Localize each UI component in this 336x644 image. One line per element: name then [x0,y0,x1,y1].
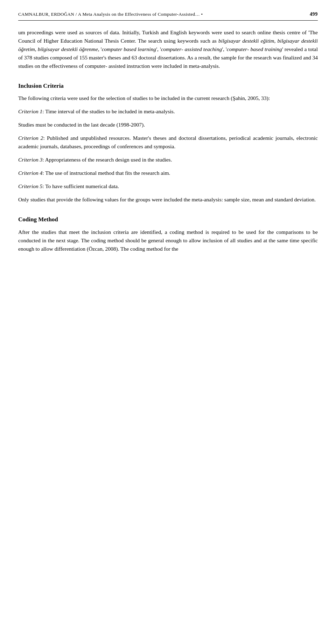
criterion-5: Criterion 5: To have sufficient numerica… [18,182,318,191]
main-content: um proceedings were used as sources of d… [18,28,318,253]
criterion-1-sub: Studies must be conducted in the last de… [18,121,318,129]
criterion-3: Criterion 3: Appropriateness of the rese… [18,156,318,164]
header-title: CAMNALBUR, ERDOĞAN / A Meta Analysis on … [18,11,203,18]
page-header: CAMNALBUR, ERDOĞAN / A Meta Analysis on … [18,10,318,21]
paragraph-1: um proceedings were used as sources of d… [18,28,318,70]
page: CAMNALBUR, ERDOĞAN / A Meta Analysis on … [0,0,336,644]
criterion-1: Criterion 1: Time interval of the studie… [18,107,318,116]
coding-method-p1: After the studies that meet the inclusio… [18,228,318,253]
section-heading-inclusion-criteria: Inclusion Criteria [18,81,318,91]
criterion-2: Criterion 2: Published and unpublished r… [18,134,318,151]
inclusion-criteria-intro: The following criteria were used for the… [18,94,318,102]
page-number: 499 [310,10,318,18]
criterion-4: Criterion 4: The use of instructional me… [18,169,318,177]
only-studies: Only studies that provide the following … [18,195,318,204]
section-heading-coding-method: Coding Method [18,215,318,224]
